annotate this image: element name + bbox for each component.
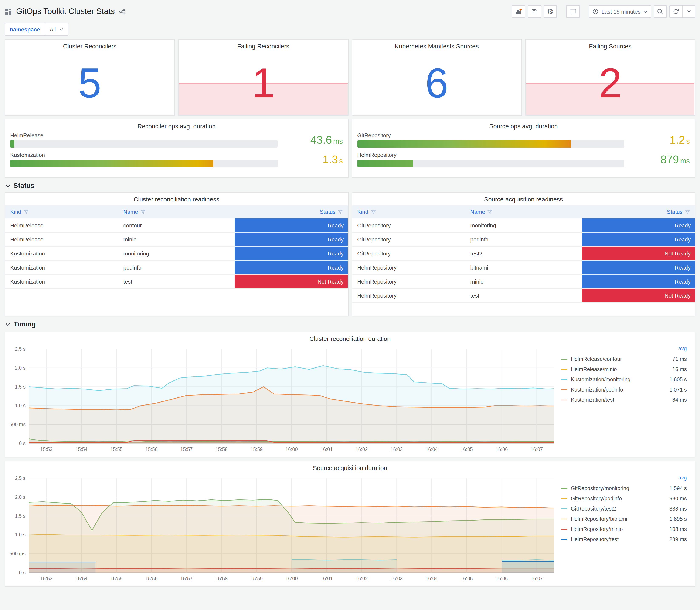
variable-namespace-dropdown[interactable]: All: [45, 23, 69, 36]
section-timing-toggle[interactable]: Timing: [5, 321, 695, 328]
series-name[interactable]: GitRepository/podinfo: [571, 496, 669, 502]
stat-value: 1: [179, 51, 348, 115]
series-name[interactable]: HelmRepository/minio: [571, 526, 669, 532]
series-name[interactable]: Kustomization/monitoring: [571, 376, 669, 383]
gauge-value-number: 879: [661, 153, 679, 166]
share-icon[interactable]: [119, 8, 125, 15]
gauge-value-number: 1.2: [670, 133, 685, 146]
cell-name: monitoring: [465, 219, 582, 232]
time-picker-button[interactable]: Last 15 minutes: [589, 5, 651, 18]
x-tick-label: 15:55: [110, 576, 123, 581]
filter-funnel-icon[interactable]: [371, 210, 375, 214]
column-header-kind[interactable]: Kind: [352, 209, 465, 215]
legend-item[interactable]: Kustomization/podinfo1.071 s: [561, 385, 687, 395]
legend-avg-header[interactable]: avg: [561, 346, 687, 354]
series-name[interactable]: HelmRelease/minio: [571, 366, 672, 372]
gauge-row: Kustomization1.3s: [10, 152, 343, 167]
filter-funnel-icon[interactable]: [141, 210, 145, 214]
legend-item[interactable]: Kustomization/monitoring1.605 s: [561, 374, 687, 385]
variable-namespace-value: All: [50, 26, 56, 33]
status-badge: Ready: [582, 275, 695, 288]
dashboard-title: GitOps Toolkit Cluster Stats: [16, 7, 115, 16]
charts-column: Cluster reconciliation duration0 s500 ms…: [5, 332, 695, 587]
dashboard-settings-button[interactable]: ⚙: [543, 5, 557, 18]
refresh-interval-caret-button[interactable]: [683, 5, 695, 18]
legend-item[interactable]: GitRepository/monitoring1.594 s: [561, 483, 687, 494]
column-header-name[interactable]: Name: [118, 209, 234, 215]
series-color-dash-icon: [561, 379, 567, 380]
column-header-status[interactable]: Status: [235, 209, 348, 215]
legend-item[interactable]: HelmRelease/contour71 ms: [561, 354, 687, 364]
bar-gauge-track: [10, 140, 277, 147]
series-name[interactable]: Kustomization/podinfo: [571, 387, 669, 393]
panel-title[interactable]: Kubernetes Manifests Sources: [352, 39, 521, 51]
cell-kind: HelmRelease: [5, 232, 118, 246]
filter-funnel-icon[interactable]: [338, 210, 343, 214]
cycle-view-mode-button[interactable]: [566, 5, 580, 18]
legend-item[interactable]: HelmRepository/bitnami1.695 s: [561, 514, 687, 524]
series-name[interactable]: HelmRelease/contour: [571, 356, 672, 362]
gauge-value-unit: ms: [333, 137, 343, 145]
legend-item[interactable]: HelmRelease/minio16 ms: [561, 364, 687, 374]
series-name[interactable]: Kustomization/test: [571, 397, 672, 403]
panel-title[interactable]: Cluster reconciliation readiness: [5, 193, 348, 205]
filter-funnel-icon[interactable]: [685, 210, 690, 214]
cell-name: podinfo: [465, 232, 582, 246]
bar-gauge-fill: [10, 160, 213, 167]
dashboard-grid-icon[interactable]: [5, 8, 12, 15]
series-name[interactable]: GitRepository/monitoring: [571, 485, 669, 492]
series-name[interactable]: HelmRepository/test: [571, 536, 669, 542]
legend-item[interactable]: HelmRepository/minio108 ms: [561, 524, 687, 534]
panel-title[interactable]: Source acquisition duration: [5, 461, 695, 473]
panel-title[interactable]: Cluster Reconcilers: [5, 39, 175, 51]
cell-kind: GitRepository: [352, 246, 465, 260]
column-header-kind[interactable]: Kind: [5, 209, 118, 215]
refresh-icon: [673, 8, 679, 15]
bar-gauge-panel: Source ops avg. durationGitRepository1.2…: [352, 119, 695, 178]
column-header-status[interactable]: Status: [582, 209, 695, 215]
legend-item[interactable]: GitRepository/test2338 ms: [561, 504, 687, 514]
series-name[interactable]: HelmRepository/bitnami: [571, 516, 669, 522]
y-tick-label: 1.5 s: [15, 384, 26, 390]
section-status-label: Status: [14, 182, 34, 190]
panel-title[interactable]: Failing Sources: [526, 39, 695, 51]
x-tick-label: 16:04: [425, 447, 438, 452]
x-tick-label: 15:57: [180, 447, 193, 452]
add-panel-button[interactable]: [512, 5, 525, 18]
series-avg-value: 1.594 s: [669, 485, 687, 492]
chart-canvas[interactable]: 0 s500 ms1.0 s1.5 s2.0 s2.5 s15:5315:541…: [7, 474, 559, 584]
zoom-out-button[interactable]: [654, 5, 667, 18]
cell-name: contour: [118, 219, 234, 232]
panel-title[interactable]: Source ops avg. duration: [357, 119, 690, 131]
y-tick-label: 1.5 s: [15, 513, 26, 519]
cell-kind: GitRepository: [352, 232, 465, 246]
cell-kind: HelmRelease: [5, 219, 118, 232]
section-status-toggle[interactable]: Status: [5, 182, 695, 190]
panel-title[interactable]: Source acquisition readiness: [352, 193, 695, 205]
save-dashboard-button[interactable]: [528, 5, 541, 18]
bar-gauge-fill: [357, 160, 413, 167]
column-header-name[interactable]: Name: [465, 209, 582, 215]
legend-item[interactable]: GitRepository/podinfo980 ms: [561, 494, 687, 504]
filter-funnel-icon[interactable]: [24, 210, 29, 214]
panel-title[interactable]: Failing Reconcilers: [179, 39, 348, 51]
series-area: [29, 562, 95, 573]
chart-canvas[interactable]: 0 s500 ms1.0 s1.5 s2.0 s2.5 s15:5315:541…: [7, 345, 559, 454]
bar-gauge-track: [357, 160, 624, 167]
legend-item[interactable]: Kustomization/test84 ms: [561, 395, 687, 405]
legend-item[interactable]: HelmRepository/test289 ms: [561, 534, 687, 545]
cell-kind: Kustomization: [5, 261, 118, 274]
x-tick-label: 16:06: [495, 576, 508, 581]
status-badge: Ready: [235, 246, 348, 260]
gauge-row: GitRepository1.2s: [357, 132, 690, 147]
filter-funnel-icon[interactable]: [488, 210, 492, 214]
refresh-button[interactable]: [669, 5, 683, 18]
legend-avg-header[interactable]: avg: [561, 475, 687, 483]
cell-name: test: [118, 275, 234, 288]
stats-row: Cluster Reconcilers5Failing Reconcilers1…: [5, 39, 695, 116]
cell-status: Ready: [235, 232, 348, 246]
panel-title[interactable]: Reconciler ops avg. duration: [10, 119, 343, 131]
series-name[interactable]: GitRepository/test2: [571, 506, 669, 512]
panel-title[interactable]: Cluster reconciliation duration: [5, 332, 695, 344]
save-icon: [531, 8, 538, 15]
